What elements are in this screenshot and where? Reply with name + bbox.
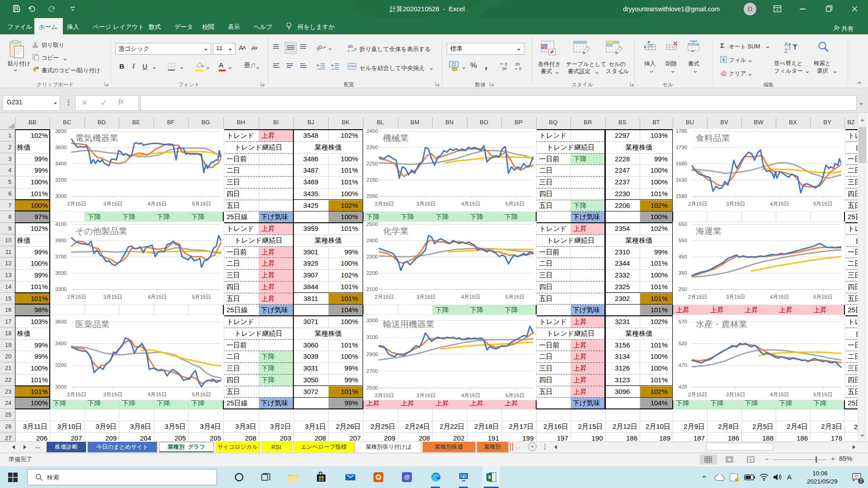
svg-text:機械業: 機械業	[383, 133, 409, 143]
svg-text:2050: 2050	[366, 193, 378, 199]
svg-text:5月15日: 5月15日	[813, 294, 832, 300]
svg-text:3100: 3100	[366, 334, 378, 340]
svg-text:4月15日: 4月15日	[770, 201, 789, 206]
svg-text:3000: 3000	[55, 193, 66, 199]
svg-text:3200: 3200	[55, 177, 66, 183]
svg-text:.00: .00	[514, 62, 520, 66]
svg-text:.00: .00	[501, 66, 507, 70]
svg-text:5月15日: 5月15日	[192, 392, 211, 397]
svg-text:A: A	[784, 41, 788, 47]
svg-text:4月15日: 4月15日	[770, 294, 789, 300]
svg-text:2400: 2400	[366, 238, 378, 243]
svg-text:650: 650	[679, 221, 687, 227]
svg-text:2700: 2700	[366, 368, 378, 374]
svg-text:c: c	[348, 49, 349, 52]
svg-text:化学業: 化学業	[383, 226, 409, 236]
svg-text:3月15日: 3月15日	[726, 294, 745, 300]
svg-text:5月15日: 5月15日	[192, 201, 211, 206]
svg-text:3600: 3600	[55, 145, 66, 150]
svg-text:3月15日: 3月15日	[726, 201, 745, 206]
svg-text:3200: 3200	[55, 362, 66, 368]
svg-text:3300: 3300	[55, 286, 66, 292]
svg-text:ab: ab	[316, 43, 324, 52]
svg-text:3800: 3800	[55, 128, 66, 134]
svg-text:520: 520	[679, 341, 687, 346]
svg-text:250: 250	[679, 286, 687, 292]
svg-text:医薬品業: 医薬品業	[75, 319, 109, 329]
svg-text:5月15日: 5月15日	[505, 393, 524, 398]
svg-text:4月15日: 4月15日	[770, 392, 789, 397]
svg-text:その他製品業: その他製品業	[75, 226, 127, 236]
svg-text:食料品業: 食料品業	[696, 133, 730, 143]
svg-text:3400: 3400	[55, 341, 66, 346]
svg-text:570: 570	[679, 319, 687, 324]
svg-text:3月15日: 3月15日	[103, 392, 122, 397]
svg-text:3400: 3400	[55, 161, 66, 166]
svg-text:2月15日: 2月15日	[67, 201, 86, 206]
svg-text:2月15日: 2月15日	[67, 392, 86, 397]
svg-text:3月15日: 3月15日	[416, 201, 435, 206]
svg-text:1780: 1780	[675, 128, 687, 134]
svg-text:5月15日: 5月15日	[192, 294, 211, 300]
svg-text:3月15日: 3月15日	[416, 294, 435, 300]
svg-text:2月15日: 2月15日	[688, 294, 707, 300]
svg-text:2200: 2200	[366, 270, 378, 276]
svg-text:水産・農林業: 水産・農林業	[696, 319, 747, 329]
svg-text:550: 550	[679, 238, 687, 243]
svg-text:1680: 1680	[675, 161, 687, 166]
svg-text:350: 350	[679, 270, 687, 276]
svg-text:3月15日: 3月15日	[103, 294, 122, 300]
svg-text:2月15日: 2月15日	[375, 393, 394, 398]
svg-text:4月15日: 4月15日	[147, 294, 166, 300]
svg-text:3500: 3500	[55, 270, 66, 276]
svg-text:2450: 2450	[366, 128, 378, 134]
svg-text:3月15日: 3月15日	[103, 201, 122, 206]
svg-text:2300: 2300	[366, 254, 378, 259]
svg-text:4月15日: 4月15日	[461, 294, 480, 300]
svg-text:.0: .0	[504, 62, 507, 66]
svg-text:2月15日: 2月15日	[375, 294, 394, 300]
svg-text:2900: 2900	[366, 352, 378, 357]
svg-text:3900: 3900	[55, 238, 66, 243]
svg-text:3600: 3600	[55, 319, 66, 324]
svg-text:ab: ab	[348, 43, 353, 49]
svg-text:4100: 4100	[55, 221, 66, 227]
svg-text:2月15日: 2月15日	[688, 392, 707, 397]
svg-text:1580: 1580	[675, 193, 687, 199]
svg-text:2月15日: 2月15日	[688, 201, 707, 206]
svg-text:3月15日: 3月15日	[726, 392, 745, 397]
svg-text:2150: 2150	[366, 177, 378, 183]
svg-text:5月15日: 5月15日	[505, 294, 524, 300]
svg-text:4月15日: 4月15日	[461, 393, 480, 398]
svg-text:2350: 2350	[366, 145, 378, 150]
svg-text:輸送用機器業: 輸送用機器業	[383, 319, 434, 329]
svg-text:3300: 3300	[366, 318, 378, 323]
svg-text:2500: 2500	[366, 221, 378, 227]
svg-text:5月15日: 5月15日	[505, 201, 524, 206]
svg-text:3700: 3700	[55, 254, 66, 259]
svg-text:5月15日: 5月15日	[813, 201, 832, 206]
svg-text:5月15日: 5月15日	[813, 392, 832, 397]
svg-text:3000: 3000	[55, 384, 66, 389]
svg-text:1630: 1630	[675, 177, 687, 183]
svg-text:4月15日: 4月15日	[461, 201, 480, 206]
svg-text:1730: 1730	[675, 145, 687, 150]
svg-text:4月15日: 4月15日	[147, 392, 166, 397]
svg-text:電気機器業: 電気機器業	[75, 133, 118, 143]
svg-text:2250: 2250	[366, 161, 378, 166]
svg-text:2月15日: 2月15日	[375, 201, 394, 206]
svg-text:.0: .0	[518, 66, 521, 70]
svg-text:4月15日: 4月15日	[147, 201, 166, 206]
svg-text:Z: Z	[784, 48, 788, 54]
svg-text:2100: 2100	[366, 286, 378, 292]
svg-text:470: 470	[679, 362, 687, 368]
svg-text:2月15日: 2月15日	[67, 294, 86, 300]
svg-text:2500: 2500	[366, 385, 378, 390]
svg-text:450: 450	[679, 254, 687, 259]
svg-text:海運業: 海運業	[696, 226, 722, 236]
svg-text:3月15日: 3月15日	[416, 393, 435, 398]
svg-text:420: 420	[679, 384, 687, 389]
